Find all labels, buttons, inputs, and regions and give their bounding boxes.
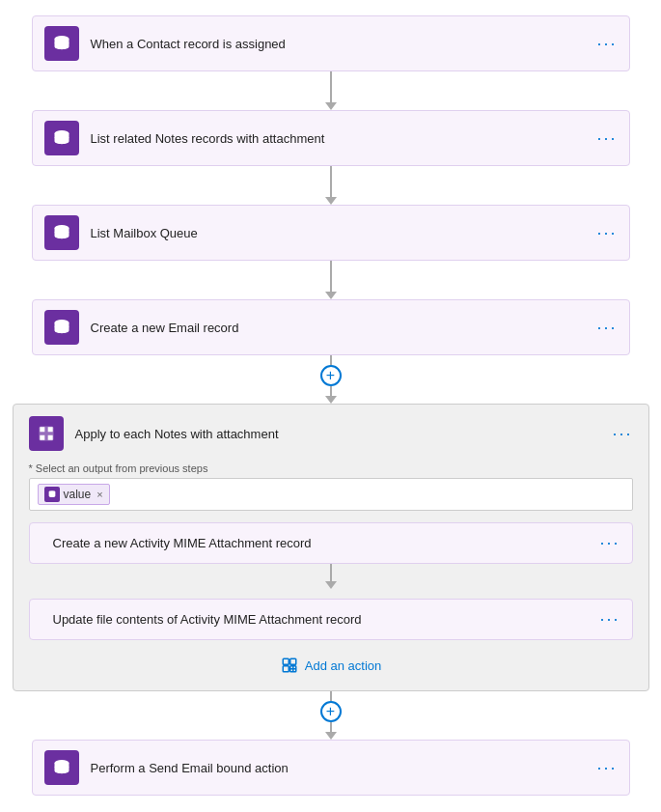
loop-icon (29, 416, 64, 451)
connector-3 (325, 261, 337, 299)
tag-remove-button[interactable]: × (96, 489, 102, 500)
line-top (330, 355, 332, 365)
svg-rect-8 (283, 658, 289, 664)
inner-connector-1 (29, 564, 633, 599)
inner-card-more-button[interactable]: ··· (599, 609, 620, 630)
card-list-mailbox: List Mailbox Queue ··· (32, 205, 630, 261)
loop-container: Apply to each Notes with attachment ··· … (13, 404, 649, 691)
loop-header: Apply to each Notes with attachment ··· (29, 416, 633, 451)
add-action-icon (280, 656, 299, 675)
card-label: List Mailbox Queue (91, 226, 586, 240)
card-icon (44, 750, 79, 785)
inner-card-label: Create a new Activity MIME Attachment re… (53, 536, 589, 550)
connector-arrow (325, 581, 337, 589)
card-more-button[interactable]: ··· (596, 224, 617, 241)
loop-title: Apply to each Notes with attachment (75, 427, 601, 441)
add-step-button[interactable]: + (320, 365, 342, 386)
card-more-button[interactable]: ··· (596, 129, 617, 147)
flow-canvas: When a Contact record is assigned ··· Li… (19, 15, 642, 796)
card-when-contact-assigned: When a Contact record is assigned ··· (32, 15, 630, 71)
plus-connector-after-loop: + (320, 691, 342, 740)
database-icon (52, 758, 71, 777)
card-label: List related Notes records with attachme… (91, 131, 586, 146)
connector-arrow (325, 102, 337, 110)
tag-database-icon (44, 487, 60, 502)
database-icon (52, 318, 71, 337)
loop-more-button[interactable]: ··· (612, 425, 632, 442)
line-top (330, 691, 332, 701)
tag-text: value (64, 488, 92, 501)
connector-line (330, 564, 332, 581)
connector-line (330, 261, 332, 292)
inner-card-update-mime: Update file contents of Activity MIME At… (29, 599, 633, 640)
loop-icon-svg (37, 424, 56, 443)
db-icon (47, 490, 57, 499)
card-list-notes: List related Notes records with attachme… (32, 110, 630, 166)
database-icon (52, 34, 71, 53)
card-more-button[interactable]: ··· (596, 35, 617, 52)
add-step-button-2[interactable]: + (320, 701, 342, 722)
database-icon (52, 128, 71, 148)
svg-rect-10 (283, 666, 289, 672)
plus-connector-before-loop: + (320, 355, 342, 404)
card-label: Create a new Email record (91, 321, 586, 335)
inner-card-label: Update file contents of Activity MIME At… (53, 612, 589, 627)
line-bottom (330, 722, 332, 732)
value-tag: value × (38, 484, 110, 505)
select-output-field[interactable]: value × (29, 478, 633, 511)
card-more-button[interactable]: ··· (596, 319, 617, 336)
add-action-button[interactable]: Add an action (29, 656, 633, 675)
connector-arrow (325, 292, 337, 299)
line-bottom (330, 386, 332, 396)
arrow-bottom (325, 396, 337, 404)
connector-line (330, 166, 332, 197)
svg-rect-9 (289, 658, 295, 664)
connector-2 (325, 166, 337, 205)
card-label: Perform a Send Email bound action (91, 761, 586, 775)
database-icon (52, 223, 71, 242)
card-icon (44, 121, 79, 155)
connector-line (330, 71, 332, 102)
card-label: When a Contact record is assigned (91, 37, 586, 51)
connector-1 (325, 71, 337, 110)
connector-arrow (325, 197, 337, 205)
add-action-label: Add an action (305, 658, 382, 673)
select-output-section: * Select an output from previous steps v… (29, 462, 633, 511)
select-output-label: * Select an output from previous steps (29, 462, 633, 474)
card-icon (44, 310, 79, 345)
add-icon-svg (281, 657, 298, 674)
card-create-email: Create a new Email record ··· (32, 299, 630, 355)
card-more-button[interactable]: ··· (596, 759, 617, 776)
card-icon (44, 215, 79, 250)
inner-card-more-button[interactable]: ··· (599, 533, 620, 553)
card-send-email: Perform a Send Email bound action ··· (32, 740, 630, 796)
inner-card-create-mime: Create a new Activity MIME Attachment re… (29, 522, 633, 564)
card-icon (44, 26, 79, 61)
arrow-bottom (325, 732, 337, 740)
